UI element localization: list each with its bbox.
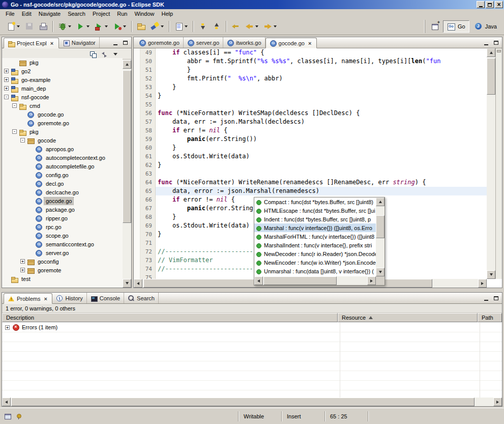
open-task-button[interactable] xyxy=(172,20,190,33)
menu-run[interactable]: Run xyxy=(113,10,131,17)
minimize-view-button[interactable] xyxy=(482,294,490,302)
tree-item-goremote-go[interactable]: goremote.go xyxy=(2,119,123,127)
tree-item-autocompletefile-go[interactable]: autocompletefile.go xyxy=(2,162,123,171)
tree-item-gocode[interactable]: -gocode xyxy=(2,136,123,145)
scroll-down-button[interactable] xyxy=(487,270,495,279)
completion-item-indent[interactable]: Indent : func(dst *bytes.Buffer, src []u… xyxy=(254,215,376,223)
scroll-down-button[interactable] xyxy=(376,268,384,276)
scrollbar-thumb[interactable] xyxy=(487,58,495,95)
menu-window[interactable]: Window xyxy=(131,10,158,17)
tree-item-server-go[interactable]: server.go xyxy=(2,248,123,257)
pin-editor-button[interactable] xyxy=(14,411,24,421)
tree-item-decl-go[interactable]: decl.go xyxy=(2,179,123,188)
editor-vertical-scrollbar[interactable] xyxy=(487,48,495,279)
view-menu-button[interactable] xyxy=(110,49,121,59)
code-line-55[interactable]: 55 xyxy=(134,100,487,109)
column-header-description[interactable]: Description xyxy=(2,313,338,322)
minimize-view-button[interactable] xyxy=(111,39,120,46)
code-line-49[interactable]: 49 if classes[i] == "func" { xyxy=(134,48,487,57)
tree-item-ripper-go[interactable]: ripper.go xyxy=(2,214,123,222)
code-line-50[interactable]: 50 abbr = fmt.Sprintf("%s %s%s", classes… xyxy=(134,57,487,66)
run-button[interactable] xyxy=(74,20,92,33)
code-line-52[interactable]: 52 fmt.Printf(" %s\n", abbr) xyxy=(134,74,487,83)
tree-item-go-example[interactable]: +go-example xyxy=(2,75,123,84)
tree-item-pkg[interactable]: -pkg xyxy=(2,127,123,136)
problem-row-errors-1-item[interactable]: +Errors (1 item) xyxy=(2,323,502,332)
collapse-icon[interactable]: - xyxy=(12,103,17,108)
tree-item-goconfig[interactable]: +goconfig xyxy=(2,257,123,266)
menu-help[interactable]: Help xyxy=(158,10,177,17)
close-button[interactable] xyxy=(495,1,503,8)
project-tree[interactable]: pkg+go2+go-example+main_dep-nsf-gocode-c… xyxy=(2,58,123,288)
code-line-53[interactable]: 53 } xyxy=(134,83,487,92)
scroll-left-button[interactable] xyxy=(2,398,11,406)
last-edit-button[interactable] xyxy=(229,20,242,33)
scrollbar-track[interactable] xyxy=(123,69,131,279)
view-tab-history[interactable]: History xyxy=(52,293,86,303)
run-external-button[interactable] xyxy=(93,20,110,33)
save-button[interactable] xyxy=(23,20,36,33)
tree-item-nsf-gocode[interactable]: -nsf-gocode xyxy=(2,93,123,101)
tree-item-gocode-go[interactable]: gocode.go xyxy=(2,196,123,205)
profile-button[interactable] xyxy=(111,20,128,33)
collapse-icon[interactable]: - xyxy=(20,138,25,143)
collapse-icon[interactable]: - xyxy=(12,129,17,134)
tree-item-semanticcontext-go[interactable]: semanticcontext.go xyxy=(2,240,123,248)
dropdown-arrow-icon[interactable] xyxy=(17,25,20,27)
scroll-up-button[interactable] xyxy=(487,48,495,57)
scroll-right-button[interactable] xyxy=(493,398,502,406)
completion-list[interactable]: Compact : func(dst *bytes.Buffer, src []… xyxy=(254,197,376,276)
problems-horizontal-scrollbar[interactable] xyxy=(2,398,502,406)
scroll-up-button[interactable] xyxy=(376,197,384,206)
tree-item-gocode-go[interactable]: gocode.go xyxy=(2,110,123,119)
completion-item-marshalindent[interactable]: MarshalIndent : func(v interface{}, pref… xyxy=(254,241,376,249)
view-tab-navigator[interactable]: Navigator xyxy=(59,37,100,48)
code-line-59[interactable]: 59 panic(err.String()) xyxy=(134,135,487,144)
perspective-button-go[interactable]: Go xyxy=(443,20,469,33)
tree-item-apropos-go[interactable]: apropos.go xyxy=(2,145,123,153)
completion-item-newdecoder[interactable]: NewDecoder : func(r io.Reader) *json.Dec… xyxy=(254,249,376,258)
editor-tab-itworks-go[interactable]: itworks.go xyxy=(223,37,265,48)
scrollbar-track[interactable] xyxy=(11,398,493,406)
code-line-61[interactable]: 61 os.Stdout.Write(data) xyxy=(134,152,487,161)
collapse-all-button[interactable] xyxy=(88,49,98,59)
scroll-left-button[interactable] xyxy=(134,279,142,288)
code-line-56[interactable]: 56func (*NiceFormatter) WriteSMap(declde… xyxy=(134,109,487,118)
close-tab-icon[interactable] xyxy=(44,296,48,302)
column-header-path[interactable]: Path xyxy=(478,313,502,322)
dropdown-arrow-icon[interactable] xyxy=(105,25,108,27)
dropdown-arrow-icon[interactable] xyxy=(68,25,71,27)
completion-item-marshalforhtml[interactable]: MarshalForHTML : func(v interface{}) ([]… xyxy=(254,232,376,241)
scroll-down-button[interactable] xyxy=(123,279,131,288)
tree-item-scope-go[interactable]: scope.go xyxy=(2,231,123,240)
back-button[interactable] xyxy=(243,20,260,33)
scroll-up-button[interactable] xyxy=(123,60,131,69)
open-resource-button[interactable] xyxy=(135,20,147,33)
scrollbar-thumb[interactable] xyxy=(376,215,384,238)
scroll-right-button[interactable] xyxy=(367,276,376,285)
popup-vertical-scrollbar[interactable] xyxy=(376,197,384,276)
tree-item-pkg[interactable]: pkg xyxy=(2,58,123,67)
tree-item-rpc-go[interactable]: rpc.go xyxy=(2,222,123,231)
overview-ruler[interactable] xyxy=(495,48,502,279)
perspective-button-java[interactable]: Java xyxy=(470,20,501,33)
minimize-editor-button[interactable] xyxy=(482,39,490,46)
editor-tab-server-go[interactable]: server.go xyxy=(184,37,223,48)
view-tab-search[interactable]: Search xyxy=(124,293,159,303)
expand-icon[interactable]: + xyxy=(5,325,10,330)
menu-navigate[interactable]: Navigate xyxy=(35,10,64,17)
close-tab-icon[interactable] xyxy=(308,40,313,46)
open-perspective-button[interactable] xyxy=(429,20,441,33)
menu-file[interactable]: File xyxy=(2,10,18,17)
maximize-view-button[interactable] xyxy=(492,294,500,302)
completion-item-compact[interactable]: Compact : func(dst *bytes.Buffer, src []… xyxy=(254,197,376,206)
scrollbar-track[interactable] xyxy=(263,276,367,285)
print-button[interactable] xyxy=(37,20,49,33)
view-tab-console[interactable]: Console xyxy=(87,293,124,303)
menu-edit[interactable]: Edit xyxy=(18,10,35,17)
forward-button[interactable] xyxy=(261,20,279,33)
dropdown-arrow-icon[interactable] xyxy=(86,25,90,27)
column-header-resource[interactable]: Resource xyxy=(338,313,478,322)
fast-view-button[interactable] xyxy=(3,411,13,421)
debug-button[interactable] xyxy=(56,20,73,33)
